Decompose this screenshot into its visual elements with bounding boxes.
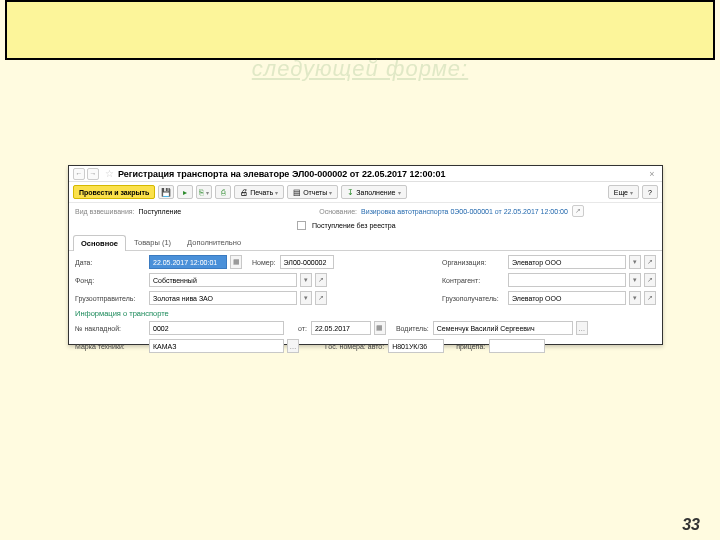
fund-open-icon[interactable]: ↗ xyxy=(315,273,327,287)
no-registry-label: Поступление без реестра xyxy=(312,222,396,229)
page-number: 33 xyxy=(682,516,700,534)
tab-additional[interactable]: Дополнительно xyxy=(179,234,249,250)
clip-icon: ⎙ xyxy=(221,188,226,197)
org-open-icon[interactable]: ↗ xyxy=(644,255,656,269)
transport-section-title: Информация о транспорте xyxy=(75,309,656,318)
trailer-label: прицепа: xyxy=(456,343,485,350)
fund-field[interactable]: Собственный xyxy=(149,273,297,287)
basis-label: Основание: xyxy=(319,208,357,215)
save-icon: 💾 xyxy=(161,188,171,197)
nav-back-button[interactable]: ← xyxy=(73,168,85,180)
plate-field[interactable]: Н801УК/36 xyxy=(388,339,444,353)
fund-select-icon[interactable]: ▾ xyxy=(300,273,312,287)
vehicle-field[interactable]: КАМАЗ xyxy=(149,339,284,353)
sender-field[interactable]: Золотая нива ЗАО xyxy=(149,291,297,305)
fill-button[interactable]: ↧Заполнение▾ xyxy=(341,185,406,199)
counterparty-select-icon[interactable]: ▾ xyxy=(629,273,641,287)
top-banner xyxy=(5,0,715,60)
toolbar: Провести и закрыть 💾 ▸ ⎘▾ ⎙ 🖨Печать▾ ▤От… xyxy=(69,182,662,203)
driver-label: Водитель: xyxy=(396,325,429,332)
trailer-field[interactable] xyxy=(489,339,545,353)
waybill-date-picker-icon[interactable]: ▦ xyxy=(374,321,386,335)
sender-label: Грузоотправитель: xyxy=(75,295,145,302)
form-main: Дата: 22.05.2017 12:00:01 ▦ Номер: ЭЛ00-… xyxy=(69,251,662,361)
help-button[interactable]: ? xyxy=(642,185,658,199)
post-icon: ▸ xyxy=(183,188,187,197)
org-select-icon[interactable]: ▾ xyxy=(629,255,641,269)
plate-label: Гос. номера: авто: xyxy=(325,343,384,350)
sender-open-icon[interactable]: ↗ xyxy=(315,291,327,305)
vehicle-select-icon[interactable]: … xyxy=(287,339,299,353)
date-field[interactable]: 22.05.2017 12:00:01 xyxy=(149,255,227,269)
receiver-label: Грузополучатель: xyxy=(442,295,504,302)
tab-goods[interactable]: Товары (1) xyxy=(126,234,179,250)
tab-main[interactable]: Основное xyxy=(73,235,126,251)
window-title: Регистрация транспорта на элеваторе ЭЛ00… xyxy=(118,169,446,179)
sender-select-icon[interactable]: ▾ xyxy=(300,291,312,305)
basis-link[interactable]: Визировка автотранспорта 0Э00-000001 от … xyxy=(361,208,568,215)
more-button[interactable]: Еще▾ xyxy=(608,185,639,199)
titlebar: ← → ☆ Регистрация транспорта на элеватор… xyxy=(69,166,662,182)
background-ghost-text: следующей форме: xyxy=(0,56,720,82)
counterparty-field[interactable] xyxy=(508,273,626,287)
org-label: Организация: xyxy=(442,259,504,266)
date-picker-icon[interactable]: ▦ xyxy=(230,255,242,269)
vehicle-label: Марка техники: xyxy=(75,343,145,350)
waybill-field[interactable]: 0002 xyxy=(149,321,284,335)
print-button[interactable]: 🖨Печать▾ xyxy=(234,185,284,199)
no-registry-checkbox[interactable] xyxy=(297,221,306,230)
driver-field[interactable]: Семенчук Василий Сергеевич xyxy=(433,321,573,335)
counterparty-label: Контрагент: xyxy=(442,277,504,284)
receiver-field[interactable]: Элеватор ООО xyxy=(508,291,626,305)
report-icon: ▤ xyxy=(293,188,301,197)
receiver-open-icon[interactable]: ↗ xyxy=(644,291,656,305)
weighing-type-label: Вид взвешивания: xyxy=(75,208,135,215)
close-icon[interactable]: × xyxy=(646,169,658,179)
save-button[interactable]: 💾 xyxy=(158,185,174,199)
open-basis-icon[interactable]: ↗ xyxy=(572,205,584,217)
nav-forward-button[interactable]: → xyxy=(87,168,99,180)
driver-select-icon[interactable]: … xyxy=(576,321,588,335)
waybill-label: № накладной: xyxy=(75,325,145,332)
based-on-button[interactable]: ⎘▾ xyxy=(196,185,212,199)
printer-icon: 🖨 xyxy=(240,188,248,197)
weighing-type-value: Поступление xyxy=(139,208,182,215)
org-field[interactable]: Элеватор ООО xyxy=(508,255,626,269)
receiver-select-icon[interactable]: ▾ xyxy=(629,291,641,305)
waybill-date-field[interactable]: 22.05.2017 xyxy=(311,321,371,335)
post-and-close-button[interactable]: Провести и закрыть xyxy=(73,185,155,199)
attach-button[interactable]: ⎙ xyxy=(215,185,231,199)
reports-button[interactable]: ▤Отчеты▾ xyxy=(287,185,338,199)
fund-label: Фонд: xyxy=(75,277,145,284)
number-label: Номер: xyxy=(252,259,276,266)
favorite-star-icon[interactable]: ☆ xyxy=(105,168,114,179)
date-label: Дата: xyxy=(75,259,145,266)
number-field[interactable]: ЭЛ00-000002 xyxy=(280,255,334,269)
info-row-2: Поступление без реестра xyxy=(69,219,662,232)
app-window: ← → ☆ Регистрация транспорта на элеватор… xyxy=(68,165,663,345)
fill-icon: ↧ xyxy=(347,188,354,197)
post-button[interactable]: ▸ xyxy=(177,185,193,199)
info-row-1: Вид взвешивания: Поступление Основание: … xyxy=(69,203,662,219)
link-icon: ⎘ xyxy=(199,188,204,197)
waybill-date-label: от: xyxy=(298,325,307,332)
tab-bar: Основное Товары (1) Дополнительно xyxy=(69,234,662,251)
counterparty-open-icon[interactable]: ↗ xyxy=(644,273,656,287)
